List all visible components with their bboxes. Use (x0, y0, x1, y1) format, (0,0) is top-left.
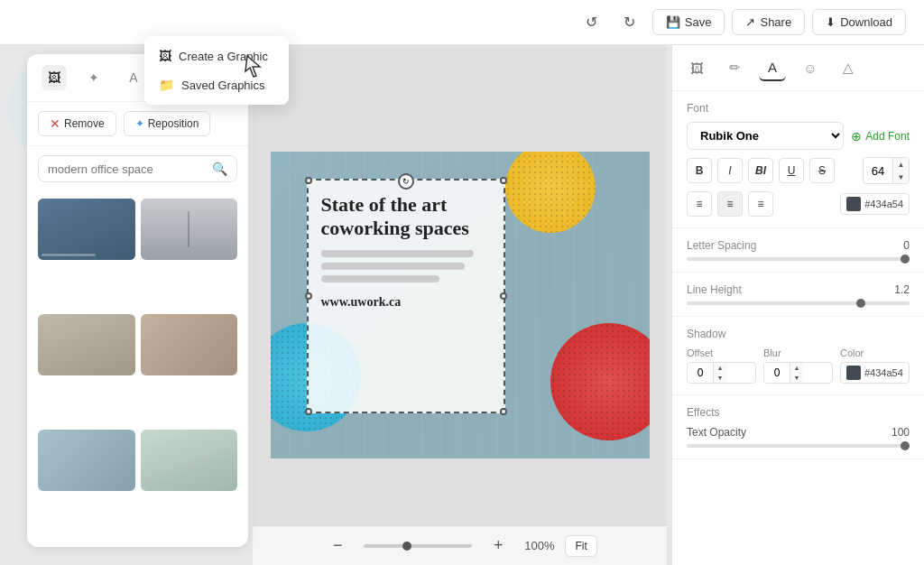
reposition-icon: ✦ (135, 117, 144, 130)
text-box-lines (321, 250, 491, 282)
line-height-slider-row (687, 301, 910, 305)
right-panel: 🖼 ✏ A ☺ △ Font Rubik One ⊕ Add Font B I … (671, 45, 924, 565)
tab-star[interactable]: ✦ (81, 65, 106, 90)
folder-icon: 📁 (159, 78, 174, 92)
image-icon: 🖼 (159, 49, 171, 63)
canvas-area: ↻ State of the art coworking spaces www.… (253, 45, 667, 565)
shadow-blur-up[interactable]: ▲ (790, 363, 803, 373)
letter-spacing-slider[interactable] (687, 257, 910, 261)
image-thumb-1[interactable] (38, 199, 135, 260)
image-thumb-4[interactable] (141, 314, 238, 375)
font-select[interactable]: Rubik One (687, 122, 844, 150)
corner-handle-tl[interactable] (305, 177, 312, 184)
corner-handle-bl[interactable] (305, 408, 312, 415)
saved-graphics-item[interactable]: 📁 Saved Graphics (144, 70, 289, 99)
shadow-section-label: Shadow (687, 328, 910, 340)
zoom-percentage: 100% (524, 539, 554, 552)
text-opacity-slider[interactable] (687, 444, 910, 448)
rpanel-tab-text[interactable]: A (759, 54, 786, 81)
shadow-offset-arrows: ▲ ▼ (713, 363, 726, 383)
text-color-box (846, 197, 861, 211)
line-height-slider[interactable] (687, 301, 910, 305)
text-box[interactable]: ↻ State of the art coworking spaces www.… (307, 179, 505, 413)
share-button[interactable]: ↗ Share (732, 9, 805, 35)
align-center-button[interactable]: ≡ (717, 191, 743, 217)
canvas-text-title: State of the art coworking spaces (321, 193, 491, 241)
bold-button[interactable]: B (687, 158, 712, 183)
image-grid (27, 191, 248, 547)
shadow-color-swatch[interactable]: #434a54 (840, 362, 910, 384)
zoom-out-button[interactable]: − (322, 531, 353, 561)
add-font-icon: ⊕ (851, 129, 862, 144)
remove-button[interactable]: ✕ Remove (38, 111, 116, 136)
zoom-in-button[interactable]: + (483, 531, 513, 561)
right-panel-tabs: 🖼 ✏ A ☺ △ (672, 45, 924, 91)
rpanel-tab-image[interactable]: 🖼 (683, 54, 710, 81)
font-size-up[interactable]: ▲ (892, 158, 909, 171)
canvas-content[interactable]: ↻ State of the art coworking spaces www.… (271, 152, 650, 458)
shadow-blur-arrows: ▲ ▼ (790, 363, 803, 383)
corner-handle-ml[interactable] (305, 292, 312, 300)
create-graphic-item[interactable]: 🖼 Create a Graphic (144, 42, 289, 70)
tab-text[interactable]: A (121, 65, 146, 90)
align-left-button[interactable]: ≡ (687, 191, 712, 217)
image-thumb-5[interactable] (38, 430, 135, 491)
reposition-button[interactable]: ✦ Reposition (124, 111, 211, 136)
align-right-button[interactable]: ≡ (748, 191, 773, 217)
text-box-rotate-handle[interactable]: ↻ (398, 173, 414, 190)
rpanel-tab-emoji[interactable]: ☺ (797, 54, 824, 81)
shadow-blur-input-row: ▲ ▼ (763, 362, 833, 384)
image-thumb-6[interactable] (141, 430, 238, 491)
zoom-slider[interactable] (364, 544, 472, 548)
shadow-offset-field: Offset ▲ ▼ (687, 347, 756, 384)
save-button[interactable]: 💾 Save (652, 9, 725, 35)
shadow-offset-input[interactable] (688, 364, 713, 382)
search-bar[interactable]: 🔍 (38, 155, 237, 182)
canvas-bottom-bar: − + 100% Fit (253, 525, 667, 565)
canvas-url-text: www.uwork.ca (321, 295, 491, 310)
strikethrough-button[interactable]: S (809, 158, 835, 183)
shadow-offset-down[interactable]: ▼ (714, 373, 726, 383)
font-size-down[interactable]: ▼ (892, 171, 909, 183)
shadow-color-box (846, 366, 861, 380)
search-input[interactable] (48, 162, 207, 176)
letter-spacing-thumb (901, 255, 910, 264)
font-section: Font Rubik One ⊕ Add Font B I BI U S 64 … (672, 91, 924, 228)
letter-spacing-label: Letter Spacing (687, 239, 756, 252)
corner-handle-br[interactable] (500, 408, 507, 415)
corner-handle-mr[interactable] (500, 292, 507, 300)
download-button[interactable]: ⬇ Download (812, 9, 906, 35)
shadow-blur-down[interactable]: ▼ (790, 373, 803, 383)
top-toolbar: ↺ ↻ 💾 Save ↗ Share ⬇ Download (0, 0, 924, 45)
left-panel: 🖼 ✦ A ☺ △ ✕ Remove ✦ Reposition 🔍 (27, 54, 248, 547)
letter-spacing-slider-row (687, 257, 910, 261)
canvas-wrapper: ↻ State of the art coworking spaces www.… (271, 152, 650, 458)
fit-button[interactable]: Fit (565, 535, 596, 557)
corner-handle-tr[interactable] (500, 177, 507, 184)
tab-image[interactable]: 🖼 (42, 65, 67, 90)
text-color-swatch[interactable]: #434a54 (840, 193, 910, 215)
shadow-offset-up[interactable]: ▲ (714, 363, 726, 373)
image-thumb-2[interactable] (141, 199, 238, 260)
shadow-blur-input[interactable] (764, 364, 790, 382)
share-icon: ↗ (745, 15, 755, 29)
add-font-button[interactable]: ⊕ Add Font (851, 129, 910, 144)
font-row: Rubik One ⊕ Add Font (687, 122, 910, 150)
effects-row: Text Opacity 100 (687, 426, 910, 439)
image-thumb-3[interactable] (38, 314, 135, 375)
shadow-grid: Offset ▲ ▼ Blur ▲ ▼ (687, 347, 910, 384)
undo-button[interactable]: ↺ (577, 7, 607, 38)
underline-button[interactable]: U (779, 158, 804, 183)
shadow-section: Shadow Offset ▲ ▼ Blur ▲ ▼ (672, 317, 924, 395)
rpanel-tab-shape[interactable]: △ (835, 54, 862, 81)
rpanel-tab-edit[interactable]: ✏ (721, 54, 748, 81)
font-size-arrows: ▲ ▼ (892, 158, 909, 183)
italic-button[interactable]: I (717, 158, 743, 183)
redo-button[interactable]: ↻ (614, 7, 645, 38)
bold-italic-button[interactable]: BI (748, 158, 773, 183)
search-icon: 🔍 (212, 162, 227, 176)
text-opacity-label: Text Opacity (687, 426, 746, 439)
style-row: B I BI U S 64 ▲ ▼ (687, 157, 910, 184)
dropdown-menu: 🖼 Create a Graphic 📁 Saved Graphics (144, 36, 289, 105)
remove-icon: ✕ (50, 116, 60, 131)
